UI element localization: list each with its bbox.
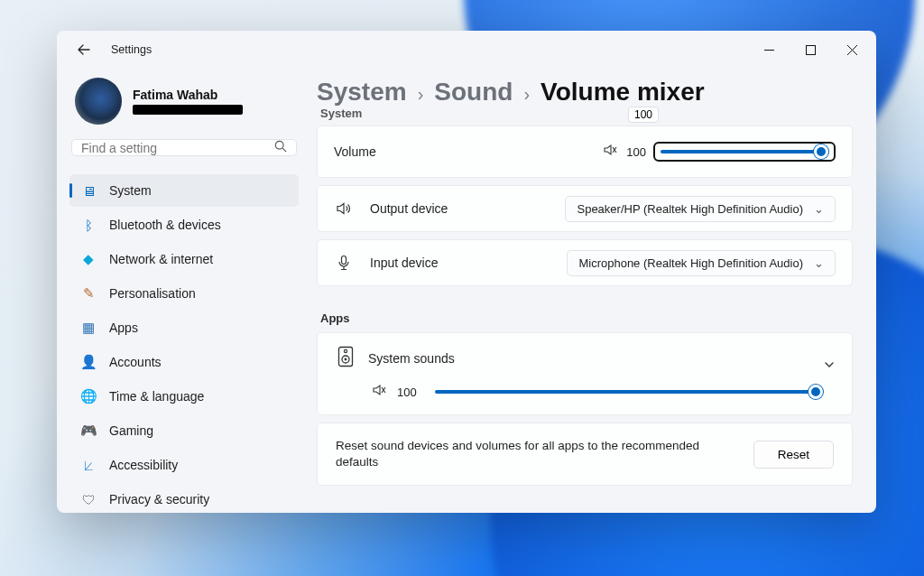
- svg-point-4: [344, 349, 346, 352]
- speaker-icon: [334, 200, 354, 217]
- volume-tooltip: 100: [628, 107, 659, 123]
- sidebar-item-personalisation[interactable]: ✎Personalisation: [69, 277, 299, 310]
- avatar: [75, 78, 122, 125]
- microphone-icon: [334, 255, 354, 271]
- sidebar-item-label: Gaming: [109, 423, 153, 438]
- close-button[interactable]: [831, 31, 873, 69]
- app-volume-slider[interactable]: [435, 382, 823, 402]
- network-icon: ◆: [80, 251, 97, 267]
- sidebar-item-label: Personalisation: [109, 286, 196, 301]
- chevron-right-icon: ›: [523, 84, 530, 105]
- volume-slider[interactable]: [653, 142, 836, 162]
- sidebar-item-label: Privacy & security: [109, 492, 209, 506]
- accessibility-icon: ⟀: [80, 457, 97, 473]
- section-apps-label: Apps: [320, 311, 853, 325]
- svg-point-6: [345, 358, 347, 361]
- output-device-value: Speaker/HP (Realtek High Definition Audi…: [577, 202, 803, 216]
- chevron-down-icon: ⌄: [814, 256, 824, 270]
- svg-point-1: [275, 141, 283, 149]
- output-device-card: Output device Speaker/HP (Realtek High D…: [317, 185, 853, 232]
- titlebar: Settings: [57, 31, 876, 69]
- chevron-right-icon: ›: [418, 84, 424, 105]
- svg-rect-0: [806, 45, 815, 54]
- system-icon: 🖥: [80, 182, 97, 199]
- gaming-icon: 🎮: [80, 423, 97, 439]
- volume-card: Volume 100 100: [317, 125, 853, 178]
- sidebar-item-bluetooth[interactable]: ᛒBluetooth & devices: [69, 209, 299, 241]
- sidebar-item-gaming[interactable]: 🎮Gaming: [69, 414, 299, 447]
- section-system-label: System: [320, 107, 853, 120]
- sidebar-item-time[interactable]: 🌐Time & language: [69, 380, 299, 413]
- sidebar-item-privacy[interactable]: 🛡Privacy & security: [69, 483, 299, 513]
- breadcrumb: System › Sound › Volume mixer: [317, 72, 853, 110]
- profile-email-redacted: [133, 105, 243, 115]
- sidebar-item-network[interactable]: ◆Network & internet: [69, 243, 299, 275]
- volume-label: Volume: [334, 144, 376, 159]
- minimize-button[interactable]: [748, 31, 790, 69]
- reset-description: Reset sound devices and volumes for all …: [336, 438, 733, 470]
- reset-button[interactable]: Reset: [753, 441, 834, 469]
- bluetooth-icon: ᛒ: [80, 217, 97, 233]
- output-device-select[interactable]: Speaker/HP (Realtek High Definition Audi…: [565, 196, 836, 222]
- system-sounds-icon: [337, 346, 354, 371]
- main-content: System › Sound › Volume mixer System Vol…: [311, 69, 876, 513]
- maximize-button[interactable]: [790, 31, 831, 69]
- search-input[interactable]: Find a setting: [71, 139, 297, 156]
- privacy-icon: 🛡: [80, 491, 97, 507]
- app-system-sounds-card: System sounds 100: [317, 332, 853, 415]
- volume-value: 100: [626, 145, 646, 159]
- accounts-icon: 👤: [80, 354, 97, 370]
- sidebar-item-label: Apps: [109, 321, 138, 335]
- output-device-label: Output device: [370, 201, 448, 216]
- crumb-system[interactable]: System: [317, 78, 407, 107]
- sidebar-item-label: Time & language: [109, 389, 204, 404]
- settings-window: Settings Fatima Wahab Find a setting: [57, 31, 876, 513]
- app-title: System sounds: [368, 351, 455, 366]
- window-title: Settings: [111, 43, 152, 56]
- sidebar-item-accounts[interactable]: 👤Accounts: [69, 346, 299, 378]
- crumb-current: Volume mixer: [541, 78, 705, 107]
- nav: 🖥SystemᛒBluetooth & devices◆Network & in…: [69, 174, 299, 513]
- input-device-label: Input device: [370, 255, 439, 270]
- sidebar-item-label: Network & internet: [109, 252, 213, 266]
- sidebar-item-apps[interactable]: ▦Apps: [69, 311, 299, 344]
- reset-card: Reset sound devices and volumes for all …: [317, 423, 853, 486]
- sidebar-item-system[interactable]: 🖥System: [69, 174, 299, 207]
- expand-button[interactable]: [823, 358, 836, 375]
- input-device-card: Input device Microphone (Realtek High De…: [317, 239, 853, 286]
- speaker-mute-icon[interactable]: [372, 383, 386, 401]
- sidebar-item-accessibility[interactable]: ⟀Accessibility: [69, 449, 299, 481]
- profile-name: Fatima Wahab: [133, 88, 243, 102]
- back-button[interactable]: [77, 42, 98, 57]
- input-device-select[interactable]: Microphone (Realtek High Definition Audi…: [567, 250, 836, 276]
- sidebar: Fatima Wahab Find a setting 🖥SystemᛒBlue…: [57, 69, 311, 513]
- time-icon: 🌐: [80, 388, 97, 404]
- sidebar-item-label: Bluetooth & devices: [109, 218, 221, 232]
- app-volume-value: 100: [397, 386, 417, 399]
- apps-icon: ▦: [80, 320, 97, 336]
- chevron-down-icon: ⌄: [814, 202, 824, 216]
- sidebar-item-label: Accessibility: [109, 458, 178, 472]
- crumb-sound[interactable]: Sound: [434, 78, 513, 107]
- sidebar-item-label: Accounts: [109, 355, 162, 369]
- search-placeholder: Find a setting: [81, 141, 157, 155]
- profile[interactable]: Fatima Wahab: [69, 74, 299, 139]
- input-device-value: Microphone (Realtek High Definition Audi…: [578, 256, 803, 270]
- personalisation-icon: ✎: [80, 285, 97, 302]
- speaker-mute-icon[interactable]: [603, 143, 617, 161]
- svg-rect-2: [342, 256, 346, 265]
- search-icon: [274, 140, 287, 155]
- sidebar-item-label: System: [109, 183, 152, 198]
